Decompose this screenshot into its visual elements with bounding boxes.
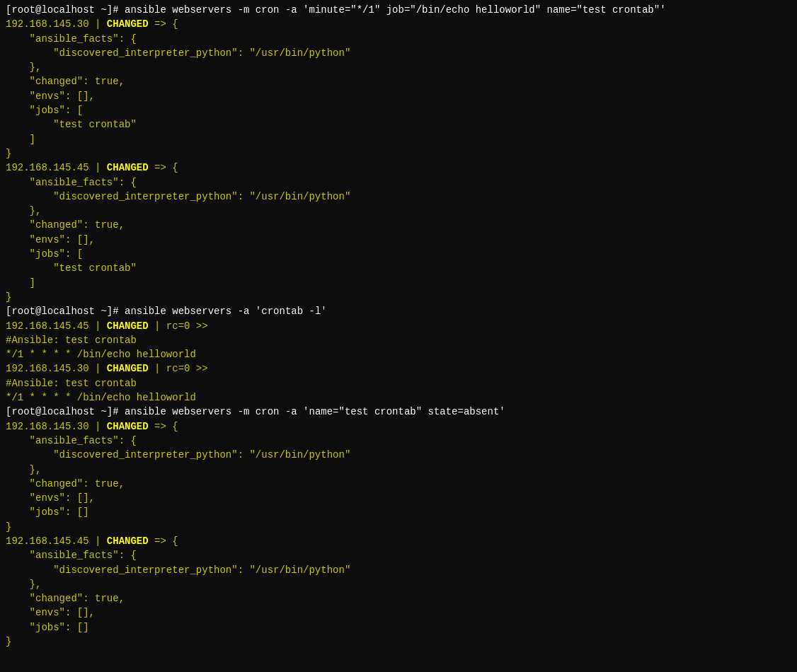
terminal-line: "discovered_interpreter_python": "/usr/b… (6, 563, 791, 577)
terminal-line: "ansible_facts": { (6, 32, 791, 46)
terminal-line: "envs": [], (6, 606, 791, 620)
terminal-line: "ansible_facts": { (6, 175, 791, 190)
terminal-line: } (6, 635, 791, 649)
terminal-line: "changed": true, (6, 591, 791, 606)
terminal-line: "envs": [], (6, 491, 791, 505)
terminal-line: "ansible_facts": { (6, 434, 791, 448)
terminal-line: 192.168.145.45 | CHANGED => { (6, 161, 791, 175)
terminal-line: [root@localhost ~]# ansible webservers -… (6, 405, 791, 419)
terminal-line: ] (6, 276, 791, 290)
terminal-line: "changed": true, (6, 218, 791, 232)
terminal-line: }, (6, 577, 791, 591)
terminal-line: [root@localhost ~]# ansible webservers -… (6, 304, 791, 318)
terminal-line: "envs": [], (6, 89, 791, 103)
terminal-line: 192.168.145.30 | CHANGED => { (6, 17, 791, 31)
terminal-line: "discovered_interpreter_python": "/usr/b… (6, 190, 791, 204)
terminal-line: "envs": [], (6, 233, 791, 247)
terminal-line: }, (6, 204, 791, 218)
terminal-line: "jobs": [ (6, 247, 791, 261)
terminal-line: "jobs": [ (6, 103, 791, 117)
terminal-line: #Ansible: test crontab (6, 333, 791, 347)
terminal-line: "ansible_facts": { (6, 548, 791, 562)
terminal-line: "discovered_interpreter_python": "/usr/b… (6, 46, 791, 60)
terminal-line: }, (6, 60, 791, 74)
terminal-line: 192.168.145.45 | CHANGED => { (6, 534, 791, 548)
terminal-line: "jobs": [] (6, 505, 791, 519)
terminal-line: #Ansible: test crontab (6, 376, 791, 390)
terminal-line: "discovered_interpreter_python": "/usr/b… (6, 448, 791, 462)
terminal-line: } (6, 290, 791, 304)
terminal-line: "changed": true, (6, 74, 791, 88)
terminal-line: "changed": true, (6, 477, 791, 491)
terminal-line: 192.168.145.30 | CHANGED | rc=0 >> (6, 361, 791, 376)
terminal-line: "test crontab" (6, 117, 791, 132)
terminal-line: } (6, 520, 791, 534)
terminal-line: 192.168.145.30 | CHANGED => { (6, 419, 791, 434)
terminal-line: "test crontab" (6, 261, 791, 275)
terminal-line: 192.168.145.45 | CHANGED | rc=0 >> (6, 319, 791, 333)
terminal-line: */1 * * * * /bin/echo helloworld (6, 390, 791, 405)
terminal-line: }, (6, 463, 791, 477)
terminal-line: "jobs": [] (6, 620, 791, 635)
terminal-line: ] (6, 132, 791, 146)
terminal-line: [root@localhost ~]# ansible webservers -… (6, 3, 791, 17)
terminal-window: [root@localhost ~]# ansible webservers -… (0, 0, 797, 672)
terminal-line: */1 * * * * /bin/echo helloworld (6, 347, 791, 361)
terminal-line: } (6, 146, 791, 161)
